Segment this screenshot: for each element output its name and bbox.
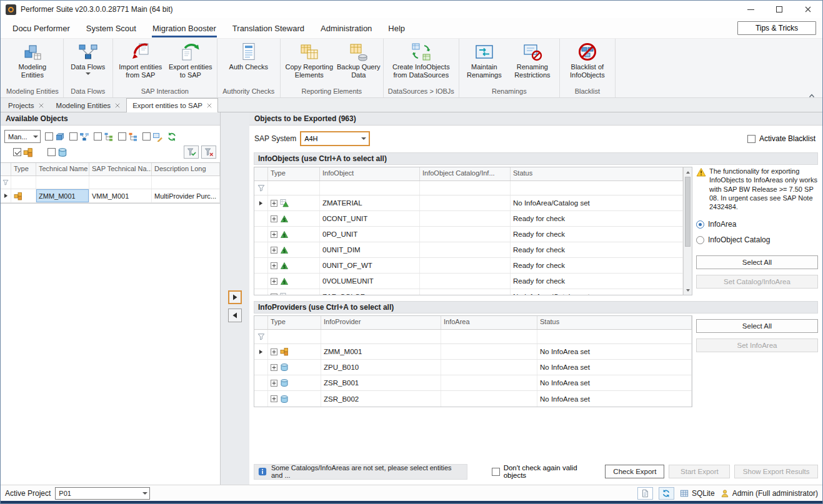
move-left-button[interactable]: [228, 309, 242, 322]
infoobjects-select-all-button[interactable]: Select All: [696, 255, 818, 269]
infoarea-radio-option[interactable]: InfoArea: [696, 220, 818, 229]
menu-administration[interactable]: Administration: [312, 19, 380, 38]
filter-cell[interactable]: [511, 181, 683, 195]
renaming-restrictions-button[interactable]: Renaming Restrictions: [507, 40, 557, 79]
filter-sap-cell[interactable]: [89, 176, 152, 189]
infoobject-catalog[interactable]: [420, 195, 511, 210]
tree2-checkbox[interactable]: [118, 132, 126, 141]
scroll-up-button[interactable]: [684, 167, 692, 177]
maximize-button[interactable]: [765, 1, 794, 18]
menu-translation-steward[interactable]: Translation Steward: [224, 19, 312, 38]
activate-blacklist-checkbox[interactable]: [747, 135, 756, 143]
technical-name-cell[interactable]: ZMM_M001: [36, 189, 89, 202]
tab-modeling-entities[interactable]: Modeling Entities: [50, 98, 127, 112]
expand-icon[interactable]: [271, 364, 277, 371]
expand-icon[interactable]: [271, 262, 277, 269]
header-technical-name[interactable]: Technical Name: [36, 163, 89, 175]
datastore-checkbox[interactable]: [47, 148, 56, 156]
infoobject-name[interactable]: 0UNIT_OF_WT: [320, 258, 420, 273]
infoprovider-name[interactable]: ZPU_B010: [321, 360, 441, 375]
infoobject-catalog[interactable]: [420, 289, 511, 295]
filter-tree2-toggle[interactable]: [118, 132, 138, 142]
menu-help[interactable]: Help: [380, 19, 413, 38]
database-indicator[interactable]: SQLite: [680, 489, 715, 498]
tab-projects[interactable]: Projects: [2, 98, 50, 112]
header-infoarea[interactable]: InfoArea: [441, 316, 537, 329]
table-row[interactable]: ZAF_COLOR No InfoArea/Catalog set: [254, 289, 683, 295]
infoproviders-select-all-button[interactable]: Select All: [696, 319, 818, 333]
modeling-entities-button[interactable]: Modeling Entities: [12, 40, 53, 79]
filter-cell[interactable]: [420, 181, 511, 195]
menu-system-scout[interactable]: System Scout: [78, 19, 144, 38]
header-type[interactable]: Type: [268, 167, 320, 180]
filter-datastore-toggle[interactable]: [47, 147, 67, 157]
table-row[interactable]: ZPU_B010 No InfoArea set: [254, 360, 692, 375]
table-row[interactable]: ZMM_M001 VMM_M001 MultiProvider Purc...: [1, 189, 220, 203]
infoobject-name[interactable]: ZAF_COLOR: [320, 289, 420, 295]
header-catalog[interactable]: InfoObject Catalog/Inf...: [420, 167, 511, 180]
filter-cell[interactable]: [537, 330, 692, 343]
infoprovider-name[interactable]: ZSR_B002: [321, 391, 441, 407]
infoobject-catalog[interactable]: [420, 242, 511, 257]
tree-checkbox[interactable]: [94, 132, 102, 141]
active-project-dropdown[interactable]: P01: [55, 487, 150, 500]
multiprovider-checkbox[interactable]: [13, 148, 21, 156]
tab-close-icon[interactable]: [115, 103, 120, 108]
description-cell[interactable]: MultiProvider Purc...: [152, 189, 220, 202]
expand-icon[interactable]: [271, 247, 277, 254]
set-infoarea-button[interactable]: Set InfoArea: [696, 338, 818, 352]
tab-close-icon[interactable]: [207, 103, 212, 108]
filter-cubes-toggle[interactable]: [45, 132, 65, 142]
sync-button[interactable]: [659, 487, 674, 500]
export-entities-button[interactable]: Export entities to SAP: [166, 40, 215, 79]
infoprovider-infoarea[interactable]: [441, 375, 537, 390]
expand-icon[interactable]: [271, 395, 277, 402]
filter-type-cell[interactable]: [11, 176, 36, 189]
type-filter-dropdown[interactable]: Man...: [4, 130, 41, 143]
table-row[interactable]: ZSR_B001 No InfoArea set: [254, 375, 692, 391]
dont-check-checkbox[interactable]: [492, 468, 500, 476]
infoobject-catalog-radio-option[interactable]: InfoObject Catalog: [696, 235, 818, 244]
move-right-button[interactable]: [228, 290, 242, 304]
data-flows-button[interactable]: Data Flows: [66, 40, 111, 75]
filter-desc-cell[interactable]: [152, 176, 220, 189]
expand-icon[interactable]: [271, 200, 277, 207]
infoobject-name[interactable]: 0CONT_UNIT: [320, 211, 420, 226]
filter-tree-toggle[interactable]: [94, 132, 114, 142]
table-row[interactable]: ZMM_M001 No InfoArea set: [254, 344, 692, 360]
table-row[interactable]: 0CONT_UNIT Ready for check: [254, 211, 683, 227]
dont-check-toggle[interactable]: Don't check again valid objects: [492, 464, 601, 479]
start-export-button[interactable]: Start Export: [669, 465, 730, 478]
ribbon-collapse-button[interactable]: [809, 89, 815, 94]
filter-row[interactable]: [1, 176, 220, 189]
table-row[interactable]: ZSR_B002 No InfoArea set: [254, 391, 692, 407]
infoobject-name[interactable]: 0VOLUMEUNIT: [320, 274, 420, 289]
user-indicator[interactable]: Admin (Full administrator): [721, 489, 818, 498]
filter-cell[interactable]: [320, 181, 420, 195]
infoobject-catalog[interactable]: [420, 211, 511, 226]
filter-tech-cell[interactable]: [36, 176, 89, 189]
copy-reporting-button[interactable]: Copy Reporting Elements: [282, 40, 336, 79]
infoprovider-name[interactable]: ZSR_B001: [321, 375, 441, 390]
infoobject-name[interactable]: 0PO_UNIT: [320, 227, 420, 242]
cubes-checkbox[interactable]: [45, 132, 53, 141]
log-button[interactable]: [637, 487, 653, 500]
infoobject-name[interactable]: ZMATERIAL: [320, 195, 420, 210]
infoprovider-infoarea[interactable]: [441, 360, 537, 375]
maintain-renamings-button[interactable]: Maintain Renamings: [461, 40, 507, 79]
header-status[interactable]: Status: [511, 167, 683, 180]
minimize-button[interactable]: [736, 1, 765, 18]
filter-clear-button[interactable]: [201, 146, 216, 159]
create-infoobjects-button[interactable]: Create InfoObjects from DataSources: [386, 40, 457, 79]
menu-migration-booster[interactable]: Migration Booster: [144, 19, 224, 38]
expand-icon[interactable]: [271, 215, 277, 222]
expand-icon[interactable]: [271, 278, 277, 285]
header-sap-technical-name[interactable]: SAP Technical Na...: [89, 163, 152, 175]
tab-close-icon[interactable]: [39, 103, 44, 108]
expand-icon[interactable]: [271, 380, 277, 387]
close-button[interactable]: [794, 1, 822, 18]
scrollbar-track[interactable]: [684, 177, 692, 285]
filter-row[interactable]: [254, 330, 692, 344]
expand-icon[interactable]: [271, 348, 277, 355]
infoprovider-name[interactable]: ZMM_M001: [321, 344, 441, 359]
